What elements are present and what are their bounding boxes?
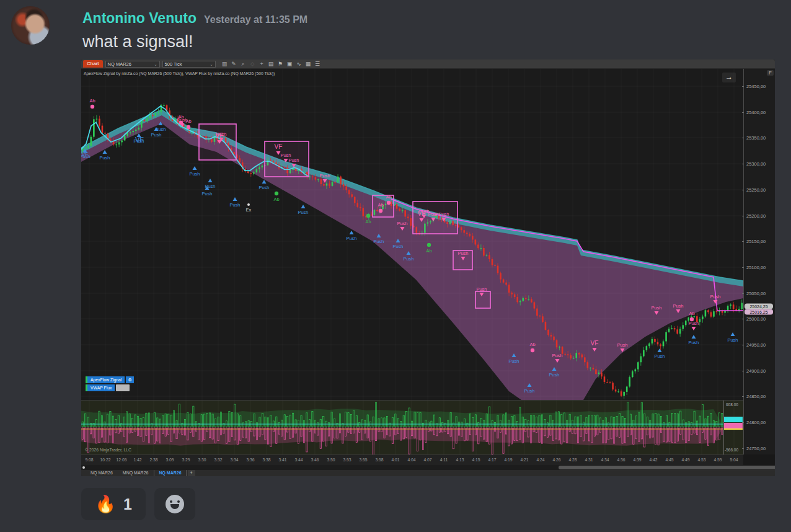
oscillator-pane[interactable]: 608.00-566.00 © 2026 NinjaTrader, LLC (81, 400, 743, 454)
price-axis[interactable]: F 25450,0025400,0025350,0025300,0025250,… (743, 69, 775, 454)
svg-text:608.00: 608.00 (726, 402, 738, 407)
plus-icon[interactable]: + (258, 61, 266, 68)
cursor-icon[interactable]: ⬦ (249, 61, 257, 68)
time-axis-label: 3:30 (198, 458, 206, 462)
time-axis-label: 10:22 (100, 458, 110, 462)
svg-text:Push: Push (549, 372, 559, 378)
time-axis-label: 3:50 (327, 458, 335, 462)
price-axis-label: 25300,00 (746, 161, 766, 167)
time-axis-label: 4:17 (488, 458, 496, 462)
time-axis-label: 4:36 (617, 458, 625, 462)
svg-text:Push: Push (524, 388, 534, 394)
time-axis-label: 4:34 (601, 458, 609, 462)
avatar[interactable] (11, 6, 50, 45)
username[interactable]: Antonino Venuto (82, 10, 197, 27)
chart-tab[interactable]: Chart (83, 60, 103, 68)
scroll-dot-icon (82, 466, 85, 469)
time-axis-label: 3:41 (278, 458, 286, 462)
svg-text:Ab: Ab (185, 118, 191, 124)
page-icon[interactable]: ▤ (267, 61, 275, 68)
price-axis-label: 25250,00 (746, 187, 766, 193)
svg-text:Push: Push (155, 126, 166, 132)
workspace-tab[interactable]: NQ MAR26 (86, 470, 117, 476)
list-icon[interactable]: ☰ (314, 61, 322, 68)
time-axis-label: 4:59 (714, 458, 722, 462)
workspace-tab[interactable]: NQ MAR26 (154, 470, 186, 476)
time-axis-label: 3:36 (246, 458, 254, 462)
time-axis-label: 4:15 (472, 458, 480, 462)
bars-icon[interactable]: ▥ (221, 61, 229, 68)
axis-f-button[interactable]: F (767, 70, 774, 76)
svg-text:Push: Push (428, 211, 438, 217)
price-axis-label: 24800,00 (746, 420, 766, 425)
svg-text:Push: Push (373, 239, 384, 244)
gear-icon[interactable]: ⚙ (126, 376, 134, 383)
time-axis-label: 4:04 (407, 458, 415, 462)
svg-text:VF: VF (418, 210, 426, 217)
instrument-dropdown[interactable]: NQ MAR26 ⌄ (105, 61, 160, 68)
workspace-tab[interactable]: MNQ MAR26 (118, 470, 153, 476)
svg-text:Ab: Ab (365, 219, 371, 224)
snapshot-icon[interactable]: ▣ (286, 61, 294, 68)
time-axis-label: 4:49 (681, 458, 689, 462)
svg-text:Push: Push (673, 303, 683, 309)
svg-text:Push: Push (651, 305, 661, 311)
zoom-icon[interactable]: ⌕ (239, 61, 247, 68)
jump-to-latest-arrow-icon[interactable]: → (722, 73, 736, 82)
chevron-down-icon: ⌄ (210, 62, 213, 66)
svg-text:Push: Push (189, 171, 200, 177)
chart-image-embed[interactable]: Chart NQ MAR26 ⌄ 500 Tick ⌄ ▥✎⌕⬦+▤⚑▣∿▦☰ … (81, 60, 775, 476)
svg-text:VF: VF (81, 151, 89, 157)
svg-text:Push: Push (727, 337, 738, 343)
svg-text:Push: Push (99, 155, 110, 161)
add-tab-button[interactable]: + (188, 470, 195, 476)
svg-text:Push: Push (151, 132, 161, 138)
last-price-tag: 25016,25 (745, 309, 773, 315)
timestamp: Yesterday at 11:35 PM (204, 14, 307, 25)
pencil-icon[interactable]: ✎ (230, 61, 238, 68)
indicator-title: ApexFlow Zignal by ninZa.co (NQ MAR26 (5… (84, 71, 275, 76)
time-axis-label: 4:53 (697, 458, 705, 462)
zigzag-icon[interactable]: ∿ (295, 61, 303, 68)
svg-text:Push: Push (508, 358, 519, 364)
price-axis-label: 25050,00 (746, 291, 766, 296)
svg-text:Push: Push (688, 340, 699, 345)
apexflow-zignal-button[interactable]: ApexFlow Zignal (86, 376, 125, 383)
add-reaction-button[interactable] (154, 488, 195, 520)
interval-value: 500 Tick (165, 61, 182, 67)
price-axis-label: 25200,00 (746, 213, 766, 219)
scrollbar-thumb[interactable] (559, 466, 775, 469)
time-axis-label: 4:13 (456, 458, 464, 462)
svg-text:Ab: Ab (273, 197, 279, 202)
svg-text:Push: Push (710, 294, 720, 299)
price-axis-label: 25350,00 (746, 135, 766, 141)
time-axis-label: 3:46 (311, 458, 319, 462)
svg-text:Ab: Ab (89, 98, 95, 104)
fire-emoji-icon: 🔥 (95, 494, 116, 514)
time-axis-label: 3:32 (214, 458, 222, 462)
time-axis-label: 5:04 (730, 458, 738, 462)
svg-text:Push: Push (476, 286, 487, 292)
price-pane[interactable]: PushPushPushPushPushPushPushPushPushPush… (81, 69, 743, 400)
time-axis-label: 12:05 (116, 458, 126, 462)
time-axis-label: 4:42 (649, 458, 657, 462)
time-axis[interactable]: 9:0810:2212:051:422:383:093:293:303:323:… (81, 454, 743, 465)
time-axis-label: 9:08 (85, 458, 93, 462)
price-axis-label: 25150,00 (746, 239, 766, 244)
time-axis-label: 3:34 (230, 458, 238, 462)
calendar-icon[interactable]: ▦ (304, 61, 312, 68)
flag-icon[interactable]: ⚑ (276, 61, 285, 68)
svg-text:VF: VF (591, 340, 599, 347)
interval-dropdown[interactable]: 500 Tick ⌄ (162, 61, 216, 68)
price-axis-label: 25450,00 (746, 84, 766, 89)
vwap-flux-secondary-button[interactable] (116, 384, 130, 391)
svg-text:Ab: Ab (178, 114, 183, 120)
vwap-flux-button[interactable]: VWAP Flux (86, 384, 115, 391)
svg-text:-566.00: -566.00 (725, 448, 738, 452)
time-axis-label: 3:44 (294, 458, 303, 462)
time-axis-label: 4:21 (520, 458, 528, 462)
svg-text:Ab: Ab (386, 194, 391, 200)
time-axis-label: 3:58 (375, 458, 383, 462)
apexflow-button-row: ApexFlow Zignal ⚙ (86, 376, 134, 383)
fire-reaction-button[interactable]: 🔥 1 (81, 488, 146, 520)
